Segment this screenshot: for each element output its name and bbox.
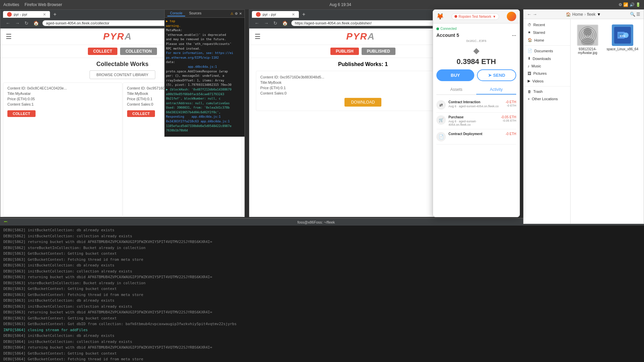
hamburger-left[interactable]: ☰ (6, 33, 12, 41)
console-gear-icon[interactable]: ⚙ (235, 12, 238, 15)
sidebar-label-trash: Trash (533, 89, 543, 94)
sidebar-item-documents[interactable]: 📄 Documents (524, 47, 570, 55)
mm-balance: 0.3984 ETH (436, 57, 516, 66)
nav-refresh-right[interactable]: ↻ (272, 20, 279, 26)
t-line-20: DEBU[5864] returning bucket with dbid AF… (3, 345, 641, 351)
browser-name[interactable]: Firefox Web Browser (24, 2, 62, 7)
sidebar-item-videos[interactable]: ▶ Videos (524, 77, 570, 85)
fm-sidebar-sep-2 (524, 86, 570, 86)
console-close-icon[interactable]: ✕ (239, 12, 242, 15)
sidebar-item-home[interactable]: 🏠 Home (524, 36, 570, 44)
sidebar-item-other-locations[interactable]: + Other Locations (524, 95, 570, 103)
browser-tab-left-active[interactable]: pyr - pyr ✕ (3, 11, 50, 18)
collect-btn-left[interactable]: COLLECT (88, 48, 118, 55)
fm-search-btn[interactable]: 🔍 (630, 12, 635, 17)
console-warn-icon: ⚠ (230, 12, 233, 15)
sidebar-item-starred[interactable]: ★ Starred (524, 28, 570, 36)
nav-back-right[interactable]: ← (253, 20, 261, 26)
mm-act-amount2-0: -0 ETH (505, 104, 516, 107)
sidebar-item-recent[interactable]: ⏱ Recent (524, 21, 570, 28)
console-line-9: data: (166, 60, 243, 64)
system-icons: ⚙ 📶 🔊 🔋 (619, 2, 641, 7)
sidebar-label-downloads: Downloads (533, 57, 551, 61)
t-line-21: DEBU[5864] GetBucketContext: Getting buc… (3, 351, 641, 357)
nav-home-left[interactable]: 🏠 (32, 20, 40, 26)
download-btn[interactable]: DOWNLOAD (344, 98, 382, 107)
terminal-body[interactable]: DEBU[5862] initBucketCollection: db alre… (0, 226, 644, 362)
mm-network-selector[interactable]: Ropsten Test Network ▼ (451, 13, 499, 20)
file-manager: ← → 🏠 Home › fleek ▼ 🔍 ☰ ⏱ Recent ★ Star… (523, 9, 644, 224)
fm-path-fleek[interactable]: fleek (587, 12, 595, 17)
tab-close-left[interactable]: ✕ (43, 12, 46, 17)
console-line-8: ps.ethereum.org/EIPS/eip-1102 (166, 56, 243, 60)
nav-refresh-left[interactable]: ↻ (23, 20, 30, 26)
nav-back-left[interactable]: ← (4, 20, 12, 26)
mm-connected-text: Connected (440, 27, 457, 31)
pictures-icon: 🖼 (528, 71, 531, 75)
sidebar-label-documents: Documents (534, 49, 553, 53)
sidebar-item-trash[interactable]: 🗑 Trash (524, 88, 570, 95)
terminal-icon: 📟 (3, 220, 8, 224)
nav-forward-right[interactable]: → (263, 20, 270, 26)
top-bar-left: Activities Firefox Web Browser (3, 2, 62, 7)
mm-tab-activity[interactable]: Activity (476, 85, 516, 95)
sidebar-item-music[interactable]: ♪ Music (524, 62, 570, 70)
mm-account-row: Account 5 ⋯ (436, 33, 516, 38)
fm-menu-btn[interactable]: ☰ (636, 12, 640, 17)
network-status-dot (454, 15, 457, 18)
fm-sidebar: ⏱ Recent ★ Starred 🏠 Home 📄 Documents ⬇ … (524, 19, 571, 224)
fm-forward-btn[interactable]: → (533, 12, 537, 17)
mm-network-name: Ropsten Test Network (459, 15, 491, 18)
mm-buy-btn[interactable]: BUY (436, 69, 474, 81)
mm-activity-item-0: ⇄ Contract Interaction Aug 6 · aged-suns… (436, 98, 516, 113)
mm-tab-assets[interactable]: Assets (436, 85, 476, 95)
mm-avatar[interactable] (507, 12, 516, 21)
nav-forward-left[interactable]: → (14, 20, 21, 26)
hamburger-right[interactable]: ☰ (255, 33, 261, 41)
fm-file-binary-icon: EXE (612, 24, 633, 46)
sidebar-item-pictures[interactable]: 🖼 Pictures (524, 70, 570, 77)
tab-new-left[interactable]: + (51, 11, 58, 17)
sidebar-item-downloads[interactable]: ⬇ Downloads (524, 55, 570, 62)
url-bar-right[interactable] (291, 20, 456, 26)
mm-activity-item-1: 🛒 Purchase Aug 6 · aged-sunset-4054.on.f… (436, 113, 516, 129)
fm-file-avatar[interactable]: 938123214-myAvatar.jpg (574, 22, 601, 57)
mm-act-title-1: Purchase (448, 115, 498, 119)
console-line-6: RPC method instead. (166, 47, 243, 51)
sidebar-label-recent: Recent (533, 23, 545, 27)
mm-header: 🦊 Ropsten Test Network ▼ (433, 10, 520, 23)
mm-send-btn[interactable]: ➤ SEND (477, 69, 516, 81)
browse-content-btn[interactable]: BROWSE CONTENT LIBRARY (90, 70, 156, 79)
collect-item-btn-0[interactable]: COLLECT (7, 110, 36, 117)
fm-path-home[interactable]: Home (572, 12, 583, 17)
tab-close-right[interactable]: ✕ (292, 12, 295, 17)
publish-btn[interactable]: PUBLISH (330, 48, 359, 55)
t-line-22: DEBU[5864] GetBucketContext: Fetching th… (3, 357, 641, 362)
published-btn[interactable]: PUBLISHED (362, 48, 395, 55)
console-tab-sources[interactable]: Sources (186, 11, 204, 16)
mm-account-options-icon[interactable]: ⋯ (512, 33, 516, 38)
mm-account-address: 0x181C...E3F6 (436, 39, 516, 43)
t-line-13: DEBU[5863] initBucketCollection: collect… (3, 304, 641, 310)
tab-new-right[interactable]: + (300, 11, 307, 17)
browser-tab-right-active[interactable]: pyr - pyr ✕ (252, 11, 299, 18)
collection-btn-left[interactable]: COLLECTION (120, 48, 157, 55)
t-line-5: DEBU[5863] GetBucketContext: Fetching th… (3, 257, 641, 263)
fm-path-dropdown-icon[interactable]: ▼ (597, 12, 601, 17)
collect-item-btn-1[interactable]: COLLECT (127, 110, 155, 117)
console-tab-console[interactable]: Console (167, 11, 185, 16)
mm-act-amount-1: -0.05 ETH (501, 115, 516, 119)
console-line-23: 1105efacd5d47330b0d6e5d9548422c8987e (166, 124, 243, 128)
console-line-11: proto.space.AddItemsResponse {wrap (166, 69, 243, 74)
fm-back-btn[interactable]: ← (527, 12, 531, 17)
item-price-0: Price (ETH):0.05 (7, 97, 118, 101)
sidebar-label-other: Other Locations (532, 97, 558, 101)
fm-file-binary[interactable]: EXE space_Linux_x86_64 (604, 22, 640, 57)
activities-label[interactable]: Activities (3, 2, 19, 7)
nav-home-right[interactable]: 🏠 (281, 20, 289, 26)
item-content-id-0: Content ID: 0x0c8C4EC14C0420e... (7, 86, 118, 90)
fm-file-name-avatar: 938123214-myAvatar.jpg (576, 47, 599, 55)
console-line-18: ontractAddress: null, cumulativeGas (166, 101, 243, 106)
t-line-9: DEBU[5863] storeBucketInCollection: Buck… (3, 281, 641, 286)
t-line-15: DEBU[5863] GetBucketContext: Getting buc… (3, 316, 641, 321)
